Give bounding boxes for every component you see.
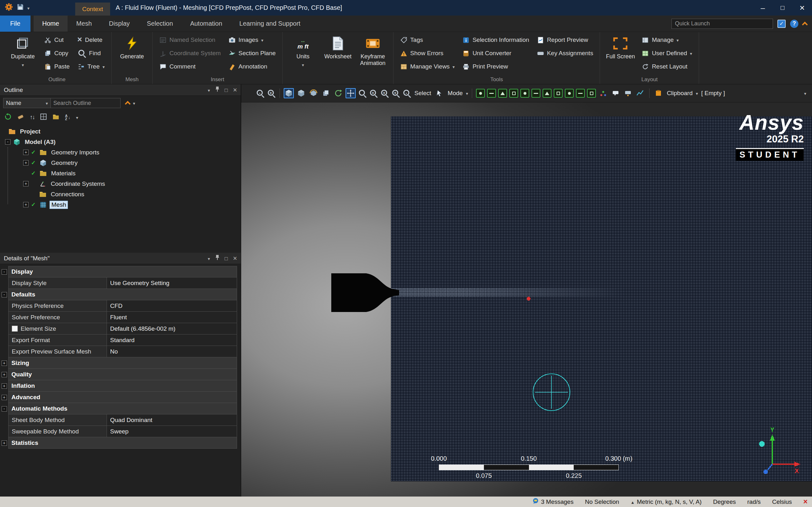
xyz-coordinates-icon[interactable] [598, 88, 608, 98]
name-filter-dropdown[interactable]: Name [3, 98, 51, 108]
manage-views-button[interactable]: Manage Views [397, 60, 458, 73]
angular-velocity-status[interactable]: rad/s [747, 498, 761, 505]
units-button[interactable]: m ft Units [287, 33, 319, 68]
tree-item-geometry[interactable]: + ✓ Geometry [0, 158, 241, 168]
show-errors-button[interactable]: Show Errors [397, 47, 458, 60]
rotate-view-cube-icon[interactable] [308, 88, 318, 98]
tree-item-connections[interactable]: Connections [0, 189, 241, 200]
viewport-canvas[interactable]: Ansys 2025 R2 STUDENT 0.000 0.150 0.300 … [241, 102, 812, 497]
generate-button[interactable]: Generate [115, 33, 149, 60]
sort-az-icon[interactable]: AZ↓ [65, 114, 70, 120]
vertex-filter-icon[interactable] [476, 89, 485, 98]
float-panel-icon[interactable] [225, 87, 228, 94]
close-button[interactable] [792, 0, 812, 15]
key-assignments-button[interactable]: Key Assignments [534, 47, 596, 60]
tree-item-materials[interactable]: ✓ Materials [0, 168, 241, 178]
worksheet-button[interactable]: Worksheet [321, 33, 354, 60]
tree-item-geometry-imports[interactable]: + ✓ Geometry Imports [0, 147, 241, 158]
chevron-down-icon[interactable] [208, 255, 210, 262]
tab-selection[interactable]: Selection [138, 15, 182, 32]
tab-automation[interactable]: Automation [182, 15, 231, 32]
chevron-down-icon[interactable] [804, 90, 806, 97]
section-toggle[interactable]: - [2, 269, 7, 275]
quick-launch-input[interactable] [671, 19, 773, 29]
copy-image-icon[interactable] [321, 88, 331, 98]
details-section-label[interactable]: Sizing [9, 357, 237, 369]
delete-button[interactable]: Delete [74, 33, 108, 47]
prop-value[interactable]: No [107, 346, 237, 357]
element-size-checkbox[interactable] [12, 326, 18, 332]
find-button[interactable]: Find [74, 47, 108, 60]
selection-filter-icon[interactable] [565, 89, 574, 98]
prop-value[interactable]: Standard [107, 335, 237, 346]
prop-value[interactable]: Quad Dominant [107, 414, 237, 426]
pin-icon[interactable] [215, 86, 219, 94]
filter-folder-icon[interactable] [52, 114, 59, 121]
chevron-down-icon[interactable] [208, 87, 210, 94]
chevron-down-icon[interactable] [27, 4, 30, 11]
manage-button[interactable]: Manage [639, 33, 695, 47]
minimize-button[interactable] [753, 0, 773, 15]
chevron-down-icon[interactable] [696, 90, 698, 97]
zoom-previous-icon[interactable] [402, 89, 411, 98]
iso-view-icon[interactable] [284, 88, 294, 98]
orientation-triad[interactable]: Y X [742, 427, 803, 484]
expand-all-icon[interactable] [40, 114, 47, 121]
help-icon[interactable] [790, 20, 798, 28]
file-menu-button[interactable]: File [0, 15, 31, 32]
comment-button[interactable]: Comment [156, 60, 224, 73]
selection-filter-icon[interactable] [543, 89, 552, 98]
report-preview-button[interactable]: Report Preview [534, 33, 596, 47]
cursor-icon[interactable] [435, 88, 445, 98]
pin-icon[interactable] [215, 255, 219, 262]
context-tab[interactable]: Context [75, 3, 110, 15]
tree-item-coordinate-systems[interactable]: + Coordinate Systems [0, 178, 241, 189]
paste-button[interactable]: Paste [41, 60, 73, 73]
details-section-label[interactable]: Defaults [9, 289, 237, 300]
prop-value[interactable]: Fluent [107, 312, 237, 323]
close-icon[interactable] [233, 254, 237, 263]
look-at-view-icon[interactable] [296, 88, 306, 98]
save-icon[interactable] [16, 3, 24, 12]
tree-expander[interactable]: - [5, 139, 10, 145]
zoom-in-icon[interactable] [369, 89, 378, 98]
selection-filter-icon[interactable] [554, 89, 563, 98]
unit-converter-button[interactable]: Unit Converter [459, 47, 532, 60]
selection-filter-icon[interactable] [587, 89, 596, 98]
annotation-button[interactable]: Annotation [225, 60, 278, 73]
coordinate-system-button[interactable]: Coordinate System [156, 47, 224, 60]
selection-filter-icon[interactable] [531, 89, 540, 98]
section-toggle[interactable]: - [2, 292, 7, 297]
tree-expander[interactable]: + [23, 150, 29, 155]
box-zoom-icon[interactable] [358, 89, 367, 98]
select-label[interactable]: Select [414, 90, 431, 97]
section-toggle[interactable]: + [2, 440, 7, 446]
edge-filter-icon[interactable] [487, 89, 496, 98]
section-toggle[interactable]: + [2, 395, 7, 400]
zoom-in-icon[interactable] [267, 89, 276, 98]
details-section-label[interactable]: Statistics [9, 437, 237, 448]
probe-annotation-icon[interactable] [623, 88, 633, 98]
zoom-selection-icon[interactable] [391, 89, 400, 98]
details-section-label[interactable]: Inflation [9, 380, 237, 391]
section-toggle[interactable]: + [2, 383, 7, 389]
tree-button[interactable]: Tree [74, 60, 108, 73]
section-toggle[interactable]: - [2, 406, 7, 411]
prop-value[interactable]: Sweep [107, 426, 237, 437]
tree-item-model[interactable]: - Model (A3) [0, 137, 241, 147]
collapse-search-icon[interactable] [125, 101, 131, 107]
section-toggle[interactable]: + [2, 372, 7, 377]
refresh-icon[interactable] [4, 113, 11, 122]
prop-value[interactable]: Use Geometry Setting [107, 277, 237, 288]
clipboard-icon[interactable] [653, 88, 663, 98]
full-screen-button[interactable]: Full Screen [604, 33, 637, 60]
units-status[interactable]: Metric (m, kg, N, s, V, A) [630, 498, 702, 505]
details-section-label[interactable]: Display [9, 266, 237, 277]
face-filter-icon[interactable] [498, 89, 507, 98]
duplicate-button[interactable]: Duplicate [6, 33, 39, 68]
tab-display[interactable]: Display [100, 15, 138, 32]
sort-icon[interactable] [30, 114, 35, 121]
selection-filter-icon[interactable] [520, 89, 529, 98]
maximize-button[interactable] [773, 0, 792, 15]
selection-filter-icon[interactable] [576, 89, 585, 98]
